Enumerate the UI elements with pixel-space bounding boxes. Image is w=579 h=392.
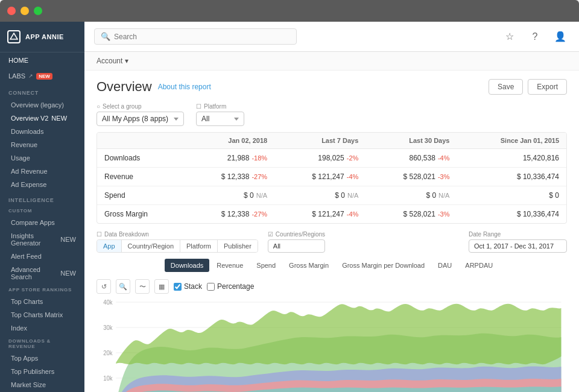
col-header-since: Since Jan 01, 2015 <box>457 133 566 149</box>
row-revenue-jan: $ 12,338-27% <box>184 168 274 186</box>
svg-text:20k: 20k <box>103 350 112 356</box>
row-revenue-7d: $ 121,247-4% <box>274 168 365 186</box>
row-downloads-since: 15,420,816 <box>457 149 566 168</box>
row-spend-30d: $ 0N/A <box>365 186 457 205</box>
user-icon[interactable]: 👤 <box>551 28 569 46</box>
row-gm-7d: $ 121,247-4% <box>274 205 365 224</box>
countries-select[interactable]: All <box>268 239 325 253</box>
breakdown-tab-platform[interactable]: Platform <box>180 240 218 252</box>
content-area: Account ▾ Overview About this report Sav… <box>84 52 579 392</box>
star-icon[interactable]: ☆ <box>501 28 519 46</box>
chart-reset-btn[interactable]: ↺ <box>96 279 111 294</box>
row-downloads-jan: 21,988-18% <box>184 149 274 168</box>
metric-tab-revenue[interactable]: Revenue <box>210 259 249 272</box>
minimize-btn[interactable] <box>21 7 29 15</box>
sidebar-item-insights-generator[interactable]: Insights Generator NEW <box>0 229 84 250</box>
breakdown-tab-app[interactable]: App <box>97 240 122 252</box>
logo-icon <box>7 30 21 43</box>
sidebar-item-usage[interactable]: Usage <box>0 151 84 165</box>
row-gm-jan: $ 12,338-27% <box>184 205 274 224</box>
metric-tab-dau[interactable]: DAU <box>432 259 458 272</box>
table-row: Gross Margin $ 12,338-27% $ 121,247-4% $… <box>97 205 566 224</box>
advanced-search-badge: NEW <box>60 270 76 277</box>
search-input[interactable] <box>114 33 290 41</box>
sidebar: APP ANNIE HOME LABS ↗ NEW CONNECT Overvi… <box>0 22 84 392</box>
sidebar-item-compare-apps[interactable]: Compare Apps <box>0 216 84 229</box>
row-label-spend: Spend <box>97 186 184 205</box>
svg-text:10k: 10k <box>103 375 112 382</box>
metric-tab-gross-margin[interactable]: Gross Margin <box>283 259 335 272</box>
sidebar-item-top-charts-matrix[interactable]: Top Charts Matrix <box>0 308 84 321</box>
percentage-checkbox[interactable]: Percentage <box>207 282 254 291</box>
custom-section: CUSTOM <box>0 206 84 216</box>
metric-tab-downloads[interactable]: Downloads <box>165 259 209 272</box>
col-header-jan: Jan 02, 2018 <box>184 133 274 149</box>
sidebar-item-advanced-search[interactable]: Advanced Search NEW <box>0 263 84 283</box>
sidebar-item-ad-expense[interactable]: Ad Expense <box>0 178 84 191</box>
platform-select[interactable]: All <box>196 112 244 126</box>
metric-tab-arpdau[interactable]: ARPDAU <box>459 259 499 272</box>
sidebar-logo: APP ANNIE <box>0 22 84 52</box>
about-link[interactable]: About this report <box>158 83 211 91</box>
countries-label: Countries/Regions <box>276 231 325 238</box>
sidebar-item-home[interactable]: HOME <box>0 52 84 68</box>
platform-filter-label: ☐ Platform <box>196 103 244 110</box>
topbar: 🔍 ☆ ? 👤 <box>84 22 579 52</box>
col-header-metric <box>97 133 184 149</box>
sidebar-item-overview-legacy[interactable]: Overview (legacy) <box>0 98 84 112</box>
external-icon: ↗ <box>28 73 33 79</box>
stats-table: Jan 02, 2018 Last 7 Days Last 30 Days Si… <box>96 132 567 224</box>
stack-checkbox[interactable]: Stack <box>174 282 202 291</box>
svg-marker-0 <box>10 33 17 39</box>
chart-area: 40k 30k 20k 10k 0k <box>96 296 567 392</box>
sidebar-item-market-size[interactable]: Market Size <box>0 378 84 391</box>
home-label: HOME <box>8 57 28 64</box>
row-spend-jan: $ 0N/A <box>184 186 274 205</box>
sidebar-item-overview-v2[interactable]: Overview V2 NEW <box>0 112 84 125</box>
breakdown-tab-country[interactable]: Country/Region <box>122 240 180 252</box>
col-header-30d: Last 30 Days <box>365 133 457 149</box>
group-filter: ○ Select a group All My Apps (8 apps) <box>96 103 184 126</box>
sidebar-item-revenue[interactable]: Revenue <box>0 138 84 151</box>
labs-label: LABS <box>8 72 25 80</box>
sidebar-item-top-charts[interactable]: Top Charts <box>0 295 84 308</box>
row-revenue-30d: $ 528,021-3% <box>365 168 457 186</box>
search-box[interactable]: 🔍 <box>94 28 297 45</box>
intelligence-section: INTELLIGENCE <box>0 191 84 206</box>
sidebar-item-labs[interactable]: LABS ↗ NEW <box>0 68 84 84</box>
account-link[interactable]: Account ▾ <box>96 57 567 65</box>
chart-bar-btn[interactable]: ▦ <box>154 279 169 294</box>
save-button[interactable]: Save <box>489 79 523 95</box>
sidebar-item-top-publishers[interactable]: Top Publishers <box>0 365 84 378</box>
overview-v2-badge: NEW <box>51 115 67 122</box>
sidebar-item-downloads[interactable]: Downloads <box>0 125 84 138</box>
row-downloads-7d: 198,025-2% <box>274 149 365 168</box>
sidebar-item-ad-revenue[interactable]: Ad Revenue <box>0 165 84 178</box>
date-range-select[interactable]: Oct 1, 2017 - Dec 31, 2017 <box>469 239 567 253</box>
breakdown-tab-publisher[interactable]: Publisher <box>218 240 258 252</box>
overview-title: Overview About this report <box>96 79 211 95</box>
metric-tab-gm-per-dl[interactable]: Gross Margin per Download <box>336 259 431 272</box>
search-icon: 🔍 <box>101 32 110 41</box>
sidebar-item-alert-feed[interactable]: Alert Feed <box>0 250 84 263</box>
chart-controls: ☐ Data Breakdown App Country/Region Plat… <box>84 231 579 256</box>
row-label-gross-margin: Gross Margin <box>97 205 184 224</box>
export-button[interactable]: Export <box>528 79 567 95</box>
row-label-revenue: Revenue <box>97 168 184 186</box>
row-gm-30d: $ 528,021-3% <box>365 205 457 224</box>
app-store-rankings-section: APP STORE RANKINGS <box>0 283 84 295</box>
group-filter-label: ○ Select a group <box>96 103 184 110</box>
header-actions: Save Export <box>489 79 567 95</box>
help-icon[interactable]: ? <box>526 28 544 46</box>
sidebar-item-top-apps-dl[interactable]: Top Apps <box>0 352 84 365</box>
chart-zoom-btn[interactable]: 🔍 <box>116 279 130 294</box>
metric-tab-spend[interactable]: Spend <box>250 259 282 272</box>
row-gm-since: $ 10,336,474 <box>457 205 566 224</box>
sidebar-item-index[interactable]: Index <box>0 321 84 335</box>
chart-toolbar: ↺ 🔍 〜 ▦ Stack Percentage <box>84 277 579 296</box>
close-btn[interactable] <box>7 7 16 15</box>
maximize-btn[interactable] <box>34 7 42 15</box>
chart-line-btn[interactable]: 〜 <box>135 279 150 294</box>
group-select[interactable]: All My Apps (8 apps) <box>96 112 184 126</box>
table-row: Downloads 21,988-18% 198,025-2% 860,538-… <box>97 149 566 168</box>
